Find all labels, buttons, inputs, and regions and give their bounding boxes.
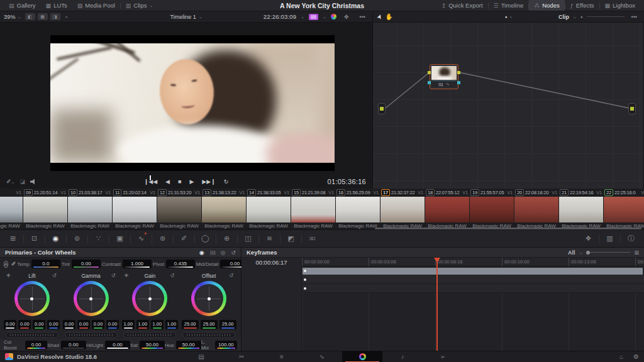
clip-item[interactable]: 2122:19:54:16V1Blackmagic RAW	[559, 189, 603, 229]
curves-icon[interactable]: ∿	[131, 234, 152, 243]
wheel-value[interactable]: 1.00	[165, 320, 178, 329]
page-color[interactable]	[342, 351, 382, 362]
video-frame[interactable]	[50, 35, 335, 171]
go-to-end-button[interactable]: ▶▶❙	[202, 178, 215, 185]
timeline-button[interactable]: ☰Timeline	[489, 0, 529, 11]
node-page-dot[interactable]: ●	[510, 15, 513, 19]
auto-balance-icon[interactable]: A	[4, 261, 8, 268]
node-page-dot-active[interactable]: ●	[505, 15, 508, 19]
keyframes-ruler[interactable]: 00:00:00:0000:00:03:0800:00:06:1600:00:1…	[302, 258, 644, 266]
clip-item[interactable]: 1521:21:39:08V1Blackmagic RAW	[291, 189, 335, 229]
clip-item[interactable]: 1621:56:25:09V1Blackmagic RAW	[336, 189, 380, 229]
color-warper-icon[interactable]: ⊛	[152, 234, 173, 243]
clip-item[interactable]: 2022:08:18:20V1Blackmagic RAW	[514, 189, 558, 229]
wheel-value[interactable]: 0.00	[33, 320, 45, 329]
clip-item[interactable]: 1421:38:33:05V1Blackmagic RAW	[247, 189, 291, 229]
camera-raw-icon[interactable]: ⊞	[3, 234, 23, 243]
wheel-value[interactable]: 0.00	[18, 320, 31, 329]
clip-thumbnail[interactable]	[470, 197, 514, 222]
target-icon[interactable]: ✛	[125, 273, 129, 278]
split-viewer-icon[interactable]: ▦	[38, 13, 48, 20]
keyframe-track-master[interactable]: Master	[242, 266, 644, 275]
clip-thumbnail[interactable]	[68, 197, 112, 222]
reset-icon[interactable]: ↺	[170, 273, 175, 278]
pan-tool-icon[interactable]: ✋	[382, 13, 396, 20]
clip-thumbnail[interactable]	[425, 197, 469, 222]
wheel-value[interactable]: 0.00	[106, 320, 119, 329]
wheel-value[interactable]: 0.00	[77, 320, 90, 329]
color-wheel[interactable]	[132, 281, 167, 316]
clips-button[interactable]: ▥Clips⌄	[121, 0, 158, 11]
keyframes-filter-select[interactable]: All	[568, 250, 575, 256]
clip-thumbnail[interactable]	[291, 197, 335, 222]
master-track-bar[interactable]	[303, 268, 643, 275]
clip-item[interactable]: 5:14V1Blackmagic RAW	[0, 189, 23, 229]
clip-thumbnail[interactable]	[23, 197, 67, 222]
clip-item[interactable]: 1321:38:13:22V1Blackmagic RAW	[202, 189, 246, 229]
media-pool-button[interactable]: ▧Media Pool	[72, 0, 120, 11]
keyframe-marker[interactable]	[304, 278, 306, 281]
page-fairlight[interactable]: ♪	[382, 351, 423, 362]
field-value[interactable]: 0.00	[72, 260, 101, 268]
output-node[interactable]	[628, 103, 636, 114]
color-wheels-icon[interactable]: ◉	[45, 234, 66, 243]
reset-icon[interactable]: ↺	[52, 273, 57, 278]
clip-item[interactable]: 1221:31:53:20V1Blackmagic RAW	[157, 189, 201, 229]
stop-button[interactable]: ■	[178, 178, 181, 185]
hdr-wheels-icon[interactable]: ⊚	[67, 234, 87, 243]
grab-still-icon[interactable]	[331, 14, 336, 19]
wheel-value[interactable]: 0.00	[92, 320, 104, 329]
master-wheel-dial[interactable]	[65, 332, 118, 338]
magic-mask-icon[interactable]: ◫	[238, 234, 258, 243]
edit-sizing-icon[interactable]: ⊡	[24, 234, 45, 243]
page-edit[interactable]: ≡	[262, 351, 302, 362]
reset-icon[interactable]: ↺	[229, 273, 233, 278]
field-value[interactable]: 0.00	[61, 341, 86, 349]
clip-thumbnail[interactable]	[0, 197, 23, 222]
effects-button[interactable]: ƒEffects	[565, 0, 599, 11]
clip-thumbnail[interactable]	[247, 197, 291, 222]
blur-icon[interactable]: ≋	[259, 234, 280, 243]
source-input-node[interactable]	[378, 103, 386, 114]
page-fusion[interactable]: ∿	[302, 351, 342, 362]
clip-thumbnail[interactable]	[514, 197, 558, 222]
page-media[interactable]: ▤	[181, 351, 221, 362]
field-value[interactable]: 100.00	[215, 341, 237, 349]
color-match-icon[interactable]: ▣	[109, 234, 130, 243]
play-button[interactable]: ▶	[189, 178, 194, 185]
clip-item[interactable]: 2222:25:16:0V1Blackmagic RAW	[604, 189, 644, 229]
field-value[interactable]: 50.00	[140, 341, 165, 349]
node-key-output[interactable]	[457, 81, 460, 84]
info-icon[interactable]: ⓘ	[621, 234, 641, 243]
color-wheel[interactable]	[191, 281, 226, 316]
node-key-input[interactable]	[428, 81, 431, 84]
node-rgb-input[interactable]	[428, 71, 431, 74]
clip-item[interactable]: 1921:55:57:05V1Blackmagic RAW	[470, 189, 514, 229]
page-cut[interactable]: ✂	[221, 351, 262, 362]
clip-item[interactable]: 1021:03:38:17V1Blackmagic RAW	[68, 189, 112, 229]
single-viewer-icon[interactable]: ◧	[25, 13, 35, 20]
wheel-value[interactable]: 25.00	[201, 320, 218, 329]
target-icon[interactable]: ✛	[6, 273, 11, 278]
node-rgb-output[interactable]	[457, 71, 460, 74]
keyframe-marker[interactable]	[304, 270, 306, 272]
clip-thumbnail[interactable]	[604, 197, 644, 222]
clip-item[interactable]: 1822:07:55:12V1Blackmagic RAW	[425, 189, 469, 229]
wheel-value[interactable]: 1.00	[122, 320, 135, 329]
wheels-view-icon[interactable]: ◉	[199, 250, 204, 256]
quick-export-button[interactable]: ↥Quick Export	[436, 0, 488, 11]
key-icon[interactable]: ◩	[280, 234, 301, 243]
master-wheel-dial[interactable]	[123, 332, 176, 338]
nodes-button[interactable]: ⁂Nodes	[529, 0, 564, 11]
clip-item[interactable]: 1721:32:37:22V1Blackmagic RAW	[380, 189, 425, 229]
corrector-node-01[interactable]: 01 ∿	[430, 64, 458, 89]
tracker-icon[interactable]: ⊕	[216, 234, 237, 243]
bars-view-icon[interactable]: ☰	[209, 250, 216, 255]
wheel-value[interactable]: 25.00	[182, 320, 199, 329]
clip-thumbnail[interactable]	[559, 197, 603, 222]
node-graph-panel[interactable]: 01 ∿	[373, 23, 643, 189]
settings-icon[interactable]: ⚙	[633, 353, 639, 360]
gallery-button[interactable]: ▤Gallery	[4, 0, 41, 11]
wheel-value[interactable]: 25.00	[219, 320, 236, 329]
wheel-value[interactable]: 0.00	[63, 320, 75, 329]
